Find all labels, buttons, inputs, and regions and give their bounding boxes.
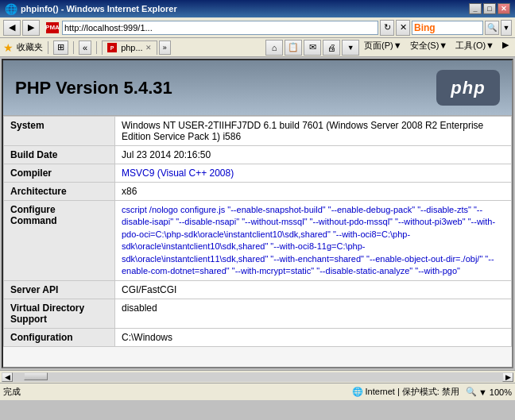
security-menu[interactable]: 安全(S)▼ — [407, 40, 451, 56]
row-value-architecture: x86 — [115, 183, 512, 201]
refresh-icon: ↻ — [384, 22, 391, 33]
forward-icon: ▶ — [28, 22, 34, 33]
zone-icon: 🌐 — [352, 387, 363, 397]
browser-icon: 🌐 — [5, 3, 17, 15]
content-area: PHP Version 5.4.31 php System Windows NT… — [2, 59, 513, 368]
search-input[interactable]: Bing — [412, 21, 483, 35]
row-label-build-date: Build Date — [4, 146, 115, 164]
search-engine-label: Bing — [414, 22, 436, 33]
row-label-server-api: Server API — [4, 281, 115, 299]
collapse-icon: ⊞ — [57, 42, 64, 52]
refresh-button[interactable]: ↻ — [380, 20, 394, 36]
new-tab-button[interactable]: » — [159, 40, 171, 55]
row-value-server-api: CGI/FastCGI — [115, 281, 512, 299]
search-icon: 🔍 — [487, 23, 497, 32]
php-header: PHP Version 5.4.31 php — [3, 60, 512, 116]
status-bar: 完成 🌐 Internet | 保护模式: 禁用 🔍 ▼ 100% — [0, 383, 515, 400]
forward-button[interactable]: ▶ — [22, 20, 40, 36]
back-icon: ◀ — [9, 22, 15, 33]
toolbar-separator-2 — [73, 41, 74, 54]
title-bar-left: 🌐 phpinfo() - Windows Internet Explorer — [5, 3, 177, 15]
zone-text: Internet | 保护模式: 禁用 — [366, 386, 459, 398]
zoom-icon: 🔍 — [466, 387, 477, 397]
stop-button[interactable]: ✕ — [396, 20, 410, 36]
address-value: http://localhost:999/1... — [64, 23, 153, 33]
table-row: Server API CGI/FastCGI — [4, 281, 512, 299]
maximize-button[interactable]: □ — [483, 3, 496, 14]
row-value-system: Windows NT USER-2TIIHFJ7DD 6.1 build 760… — [115, 117, 512, 146]
toolbar-separator-3 — [96, 41, 97, 54]
back-button[interactable]: ◀ — [3, 20, 21, 36]
pma-icon: PMA — [46, 22, 59, 33]
table-row: Compiler MSVC9 (Visual C++ 2008) — [4, 164, 512, 183]
table-row: Configuration C:\Windows — [4, 329, 512, 347]
scroll-left-button[interactable]: ◀ — [2, 372, 13, 382]
zoom-level: ▼ 100% — [478, 387, 512, 397]
title-bar-buttons[interactable]: _ □ ✕ — [469, 3, 510, 14]
tab-php[interactable]: P php... ✕ — [102, 40, 157, 55]
row-value-build-date: Jul 23 2014 20:16:50 — [115, 146, 512, 164]
scroll-right-button[interactable]: ▶ — [502, 372, 513, 382]
home-button[interactable]: ⌂ — [265, 40, 283, 56]
feeds-button[interactable]: 📋 — [285, 40, 302, 56]
row-label-vdir: Virtual DirectorySupport — [4, 299, 115, 329]
row-label-config: Configuration — [4, 329, 115, 347]
tab-area: P php... ✕ » — [102, 40, 262, 55]
row-label-compiler: Compiler — [4, 164, 115, 183]
status-right: 🌐 Internet | 保护模式: 禁用 🔍 ▼ 100% — [352, 386, 512, 398]
status-text: 完成 — [3, 386, 21, 398]
horizontal-scrollbar[interactable] — [13, 372, 502, 382]
php-logo: php — [436, 70, 500, 106]
close-button[interactable]: ✕ — [498, 3, 510, 14]
table-row: Architecture x86 — [4, 183, 512, 201]
table-row: System Windows NT USER-2TIIHFJ7DD 6.1 bu… — [4, 117, 512, 146]
tab-label: php... — [121, 43, 143, 52]
window-title: phpinfo() - Windows Internet Explorer — [21, 4, 177, 13]
row-value-config: C:\Windows — [115, 329, 512, 347]
address-bar: PMA http://localhost:999/1... ↻ ✕ — [46, 20, 410, 36]
search-area: Bing 🔍 ▼ — [412, 20, 512, 36]
zoom-control[interactable]: 🔍 ▼ 100% — [466, 387, 512, 397]
address-input[interactable]: http://localhost:999/1... — [62, 21, 378, 35]
tab-close-icon[interactable]: ✕ — [145, 44, 152, 52]
nav-toolbar: ◀ ▶ PMA http://localhost:999/1... ↻ ✕ Bi… — [0, 17, 515, 38]
internet-zone: 🌐 Internet | 保护模式: 禁用 — [352, 386, 459, 398]
toolbar-separator — [48, 41, 48, 54]
favorites-label: 收藏夹 — [17, 41, 43, 53]
collapse-button[interactable]: ⊞ — [53, 40, 68, 55]
row-label-configure: ConfigureCommand — [4, 201, 115, 281]
mail-button[interactable]: ✉ — [304, 40, 321, 56]
menu-bar: ⌂ 📋 ✉ 🖨 ▼ 页面(P)▼ 安全(S)▼ 工具(O)▼ ▶ — [265, 40, 512, 56]
add-fav-button[interactable]: « — [79, 40, 91, 55]
print-dropdown-button[interactable]: ▼ — [342, 40, 359, 56]
search-button[interactable]: 🔍 — [485, 21, 499, 35]
tools-menu[interactable]: 工具(O)▼ — [452, 40, 498, 56]
table-row: ConfigureCommand cscript /nologo configu… — [4, 201, 512, 281]
scroll-thumb — [24, 372, 48, 380]
row-label-system: System — [4, 117, 115, 146]
title-bar: 🌐 phpinfo() - Windows Internet Explorer … — [0, 0, 515, 17]
add-fav-icon: « — [83, 43, 87, 52]
scrollbar-area: ◀ ▶ — [0, 370, 515, 383]
php-logo-text: php — [451, 78, 485, 98]
table-row: Virtual DirectorySupport disabled — [4, 299, 512, 329]
minimize-button[interactable]: _ — [469, 3, 482, 14]
row-label-architecture: Architecture — [4, 183, 115, 201]
search-dropdown-button[interactable]: ▼ — [501, 20, 512, 36]
status-left: 完成 — [3, 386, 21, 398]
row-value-vdir: disabled — [115, 299, 512, 329]
page-menu[interactable]: 页面(P)▼ — [361, 40, 405, 56]
tab-pma-icon: P — [107, 43, 117, 52]
print-button[interactable]: 🖨 — [323, 40, 340, 56]
php-version-title: PHP Version 5.4.31 — [15, 78, 172, 98]
row-value-configure: cscript /nologo configure.js "--enable-s… — [115, 201, 512, 281]
row-value-compiler: MSVC9 (Visual C++ 2008) — [115, 164, 512, 183]
more-menu[interactable]: ▶ — [499, 40, 512, 56]
favorites-star-icon: ★ — [3, 41, 14, 54]
php-info-table: System Windows NT USER-2TIIHFJ7DD 6.1 bu… — [3, 116, 512, 347]
stop-icon: ✕ — [400, 22, 407, 33]
table-row: Build Date Jul 23 2014 20:16:50 — [4, 146, 512, 164]
favorites-bar: ★ 收藏夹 ⊞ « P php... ✕ » ⌂ 📋 ✉ 🖨 ▼ 页面(P)▼ … — [0, 38, 515, 57]
